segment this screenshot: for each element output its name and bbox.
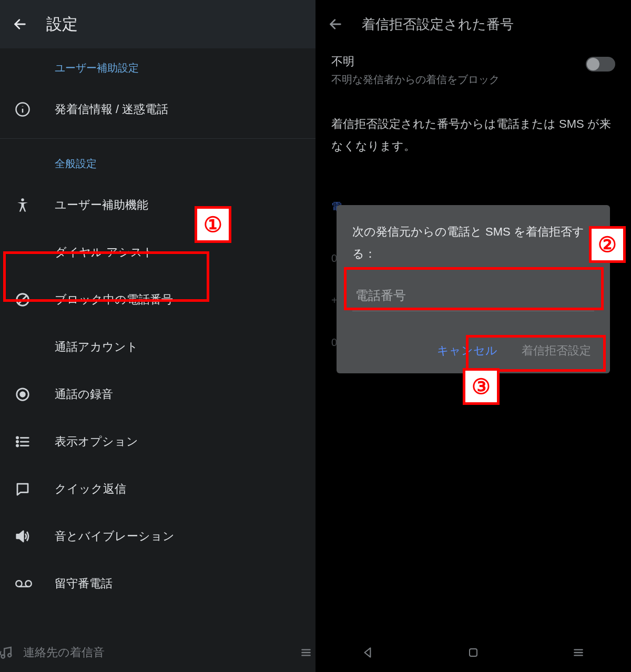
blocked-numbers-pane: 着信拒否設定された番号 不明 不明な発信者からの着信をブロック 着信拒否設定され… (316, 0, 631, 672)
right-header: 着信拒否設定された番号 (316, 0, 631, 48)
unknown-caller-row[interactable]: 不明 不明な発信者からの着信をブロック (316, 48, 631, 92)
page-title: 設定 (46, 14, 78, 35)
svg-point-16 (25, 581, 31, 586)
item-label: 表示オプション (55, 434, 138, 450)
item-caller-info[interactable]: 発着信情報 / 迷惑電話 (0, 86, 316, 133)
voicemail-icon (11, 576, 55, 592)
dialog-title: 次の発信元からの電話と SMS を着信拒否する： (352, 221, 594, 265)
phone-number-input[interactable] (352, 281, 594, 311)
svg-point-4 (21, 198, 24, 201)
record-icon (11, 386, 55, 402)
confirm-block-button[interactable]: 着信拒否設定 (518, 338, 594, 364)
unknown-subtitle: 不明な発信者からの着信をブロック (331, 73, 586, 87)
item-dial-assist[interactable]: ダイヤル アシスト (0, 229, 316, 276)
ringtone-icon[interactable] (0, 643, 16, 662)
annotation-badge-3: ③ (463, 368, 500, 405)
right-navbar (316, 633, 631, 672)
unknown-toggle[interactable] (586, 57, 615, 72)
svg-point-9 (16, 437, 18, 439)
svg-point-11 (16, 441, 18, 442)
item-sound-vibration[interactable]: 音とバイブレーション (0, 513, 316, 560)
back-button[interactable] (325, 14, 346, 35)
svg-point-8 (21, 392, 25, 397)
speaker-icon (11, 528, 55, 544)
item-label: ダイヤル アシスト (55, 245, 155, 260)
block-icon (11, 292, 55, 308)
item-contact-ringtone[interactable]: 連絡先の着信音 (16, 645, 297, 660)
svg-point-19 (8, 654, 11, 657)
svg-point-15 (16, 581, 22, 586)
svg-point-18 (2, 655, 5, 658)
cancel-button[interactable]: キャンセル (434, 338, 501, 364)
nav-back-icon[interactable] (359, 643, 378, 662)
svg-rect-24 (470, 649, 477, 656)
nav-menu-icon[interactable] (297, 643, 316, 662)
settings-pane: 設定 ユーザー補助設定 発着信情報 / 迷惑電話 全般設定 ユーザー補助機能 ダ… (0, 0, 316, 672)
item-voicemail[interactable]: 留守番電話 (0, 560, 316, 607)
item-label: 通話アカウント (55, 339, 138, 355)
item-label: ブロック中の電話番号 (55, 292, 173, 308)
back-button[interactable] (9, 14, 30, 35)
list-icon (11, 434, 55, 450)
item-call-recording[interactable]: 通話の録音 (0, 371, 316, 418)
unknown-title: 不明 (331, 54, 586, 69)
svg-point-13 (16, 445, 18, 446)
item-quick-reply[interactable]: クイック返信 (0, 465, 316, 513)
item-accessibility[interactable]: ユーザー補助機能 (0, 181, 316, 229)
left-navbar: 連絡先の着信音 (0, 633, 316, 672)
page-title: 着信拒否設定された番号 (362, 15, 514, 34)
item-display-options[interactable]: 表示オプション (0, 418, 316, 465)
item-blocked-numbers[interactable]: ブロック中の電話番号 (0, 276, 316, 323)
svg-line-6 (19, 296, 27, 304)
item-label: 発着信情報 / 迷惑電話 (55, 101, 168, 117)
nav-recents-icon[interactable] (569, 643, 588, 662)
item-label: 通話の録音 (55, 386, 113, 402)
chat-icon (11, 481, 55, 497)
nav-home-icon[interactable] (464, 643, 483, 662)
item-label: クイック返信 (55, 481, 126, 497)
block-number-dialog: 次の発信元からの電話と SMS を着信拒否する： キャンセル 着信拒否設定 (337, 205, 610, 373)
divider (0, 138, 316, 139)
item-label: ユーザー補助機能 (55, 197, 148, 213)
accessibility-icon (11, 197, 55, 213)
info-icon (11, 101, 55, 117)
item-call-accounts[interactable]: 通話アカウント (0, 323, 316, 371)
section-general: 全般設定 (0, 144, 316, 181)
info-text: 着信拒否設定された番号からは電話または SMS が来なくなります。 (316, 92, 631, 173)
item-label: 留守番電話 (55, 576, 113, 592)
item-label: 音とバイブレーション (55, 528, 175, 544)
section-user-assist: ユーザー補助設定 (0, 48, 316, 86)
left-header: 設定 (0, 0, 316, 48)
